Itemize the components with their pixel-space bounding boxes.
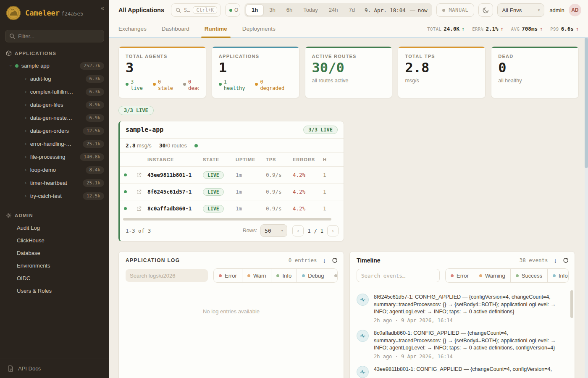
col-uptime: UPTIME	[236, 157, 266, 162]
sidebar-item-oidc[interactable]: OIDC	[0, 272, 109, 284]
h-value: 1	[323, 172, 344, 178]
filter-warning[interactable]: Warning	[474, 269, 510, 282]
refresh-icon[interactable]	[332, 257, 338, 263]
tps-value: 0.9/s	[266, 189, 293, 195]
filter-info[interactable]: Info	[271, 269, 297, 282]
sidebar-item-try-catch-test[interactable]: ›try-catch-test12.5k	[0, 189, 109, 202]
moon-icon	[483, 7, 489, 13]
api-docs-link[interactable]: API Docs	[0, 359, 109, 378]
h-value: 1	[323, 205, 344, 212]
sidebar-item-complex-fulfillm[interactable]: ›complex-fulfillm…6.3k	[0, 85, 109, 98]
avatar[interactable]: AD	[569, 4, 581, 16]
sidebar-item-users-roles[interactable]: Users & Roles	[0, 284, 109, 297]
range-7d[interactable]: 7d	[344, 4, 360, 16]
card-total-tps: TOTAL TPS 2.8 msg/s	[398, 46, 486, 98]
table-row[interactable]: 43ee9811b801-1 LIVE 1m 0.9/s 4.2% 1	[120, 167, 344, 184]
sidebar-item-loop-demo[interactable]: ›loop-demo8.4k	[0, 163, 109, 176]
event-meta: 2h ago · 9 Apr 2026, 16:14	[374, 354, 566, 360]
app-panel-title[interactable]: sample-app	[126, 126, 163, 134]
state-pill: LIVE	[203, 205, 224, 213]
timeline-title: Timeline	[357, 257, 381, 264]
external-link-icon[interactable]	[131, 206, 147, 211]
sidebar-item-file-processing[interactable]: ›file-processing140.8k	[0, 150, 109, 163]
instance-live-dot	[124, 207, 127, 210]
range-to[interactable]: now	[418, 7, 428, 13]
sidebar-item-audit-log-admin[interactable]: Audit Log	[0, 221, 109, 234]
h-value: 1	[323, 189, 344, 195]
online-status-pill[interactable]: O	[225, 3, 240, 17]
sidebar-filter-input[interactable]	[5, 30, 104, 42]
timeline-panel: Timeline 38 events ↓ Error Warning Succe…	[349, 251, 575, 378]
prev-page-button[interactable]: ‹	[292, 225, 304, 236]
card-active-routes: ACTIVE ROUTES 30/0 all routes active	[305, 46, 393, 98]
sidebar-item-error-handling[interactable]: ›error-handling-…25.1k	[0, 137, 109, 150]
range-6h[interactable]: 6h	[281, 4, 298, 16]
healthy-dot	[219, 83, 222, 86]
range-from[interactable]: 9. Apr. 18:04	[360, 7, 407, 13]
filter-debug[interactable]: Debug	[297, 269, 329, 282]
count-badge: 6.9k	[86, 114, 105, 122]
range-today[interactable]: Today	[298, 4, 323, 16]
table-row[interactable]: 8c0affadb860-1 LIVE 1m 0.9/s 4.2% 1	[120, 200, 344, 217]
timeline-event[interactable]: 8c0affadb860-1: CONFIG_APPLIED — {change…	[357, 330, 566, 360]
tab-exchanges[interactable]: Exchanges	[118, 20, 147, 37]
sidebar-item-sample-app[interactable]: › sample app 252.7k	[0, 59, 109, 72]
status-dot-live	[15, 64, 18, 68]
sidebar-item-timer-heartbeat[interactable]: ›timer-heartbeat25.1k	[0, 176, 109, 189]
filter-info[interactable]: Info	[547, 269, 569, 282]
tree-item-label: data-gen-neste…	[30, 115, 72, 121]
dark-mode-toggle[interactable]	[478, 3, 493, 17]
range-1h[interactable]: 1h	[246, 4, 264, 16]
rows-per-page-label: Rows:	[243, 228, 257, 234]
sidebar-item-data-gen-neste[interactable]: ›data-gen-neste…6.9k	[0, 111, 109, 124]
range-24h[interactable]: 24h	[323, 4, 344, 16]
download-icon[interactable]: ↓	[323, 257, 326, 264]
timeline-search-input[interactable]	[357, 269, 440, 282]
sidebar-item-environments[interactable]: Environments	[0, 259, 109, 272]
sidebar-item-database[interactable]: Database	[0, 247, 109, 259]
sidebar-item-data-gen-orders[interactable]: ›data-gen-orders12.5k	[0, 124, 109, 137]
status-dot-live	[194, 144, 198, 147]
timeline-scrollbar[interactable]	[570, 290, 573, 378]
filter-trace[interactable]: Trace	[329, 269, 338, 282]
sidebar-collapse-icon[interactable]: «	[101, 4, 104, 11]
filter-error[interactable]: Error	[446, 269, 474, 282]
log-search-input[interactable]	[126, 269, 208, 282]
errors-value: 4.2%	[293, 189, 323, 195]
main-scrollbar[interactable]	[585, 38, 588, 378]
chevron-right-icon: ›	[24, 154, 27, 160]
tab-deployments[interactable]: Deployments	[242, 20, 276, 37]
refresh-icon[interactable]	[563, 257, 569, 263]
error-dot	[219, 274, 222, 277]
manual-refresh-button[interactable]: MANUAL	[436, 3, 474, 17]
next-page-button[interactable]: ›	[327, 225, 339, 236]
chevron-right-icon: ›	[24, 141, 27, 147]
sidebar-item-audit-log[interactable]: ›audit-log6.3k	[0, 72, 109, 85]
horizontal-scrollbar[interactable]	[123, 218, 340, 221]
table-row[interactable]: 8f6245c61d57-1 LIVE 1m 0.9/s 4.2% 1	[120, 184, 344, 200]
trend-up-icon: ↑	[540, 26, 543, 32]
external-link-icon[interactable]	[131, 173, 147, 178]
tree-item-label: complex-fulfillm…	[30, 89, 74, 95]
summary-cards: TOTAL AGENTS 3 3live 0stale 0dead APPLIC…	[118, 46, 579, 98]
timeline-event[interactable]: 8f6245c61d57-1: CONFIG_APPLIED — {config…	[357, 294, 566, 323]
timeline-event[interactable]: 43ee9811b801-1: CONFIG_APPLIED — {change…	[357, 366, 566, 378]
live-filter-chip[interactable]: 3/3 LIVE	[118, 106, 154, 115]
filter-warn[interactable]: Warn	[242, 269, 271, 282]
filter-error[interactable]: Error	[214, 269, 242, 282]
tree-item-label: data-gen-files	[30, 102, 63, 108]
state-pill: LIVE	[203, 188, 224, 196]
global-search-button[interactable]: S… Ctrl+K	[171, 3, 221, 17]
filter-success[interactable]: Success	[510, 269, 547, 282]
sidebar-item-clickhouse[interactable]: ClickHouse	[0, 234, 109, 247]
env-select[interactable]: All Envs ▾	[497, 3, 544, 17]
manual-status-dot	[442, 9, 445, 12]
range-3h[interactable]: 3h	[264, 4, 281, 16]
external-link-icon[interactable]	[131, 189, 147, 194]
tab-dashboard[interactable]: Dashboard	[162, 20, 189, 37]
rows-per-page-select[interactable]: 50▾	[260, 224, 287, 237]
card-value: 3	[126, 61, 199, 75]
tab-runtime[interactable]: Runtime	[205, 20, 227, 37]
download-icon[interactable]: ↓	[554, 257, 557, 264]
sidebar-item-data-gen-files[interactable]: ›data-gen-files8.9k	[0, 98, 109, 111]
